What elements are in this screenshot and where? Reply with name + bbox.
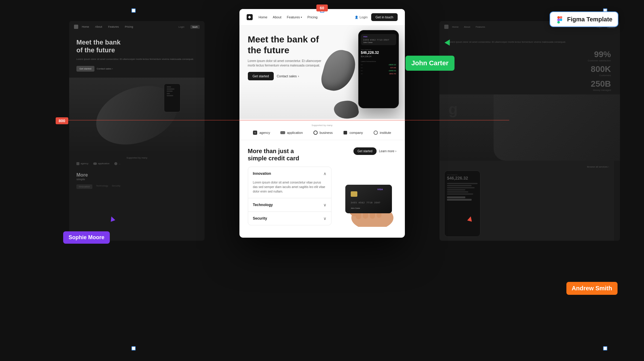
- person-icon: 👤: [355, 16, 358, 19]
- logo-company: company: [343, 130, 363, 135]
- accordion-header-technology[interactable]: Technology: [248, 198, 331, 211]
- phone-tx-amount-4: -$802.40: [389, 73, 396, 75]
- bg-right-panel: Home About Features Login touch Lorem ip…: [439, 21, 620, 241]
- phone-tx-amount-3: +$450.53: [388, 70, 396, 72]
- nav-pricing-link[interactable]: Pricing: [307, 15, 318, 19]
- bg-right-logo: [444, 25, 448, 29]
- figma-svg: [556, 15, 564, 23]
- chevron-down-icon: [323, 202, 326, 207]
- bg-left-nav: Home About Features Pricing Login touch: [69, 21, 205, 32]
- nav-get-in-touch-button[interactable]: Get in touch: [371, 13, 397, 21]
- bg-left-hero: Meet the bankof the future Lorem ipsum d…: [69, 32, 205, 78]
- bg-phone-screen: [164, 84, 180, 100]
- phone-screen: VISA 3455 4562 7710 3507 John Carter You…: [359, 30, 399, 79]
- hero-get-started-button[interactable]: Get started: [248, 72, 274, 80]
- phone-card: VISA 3455 4562 7710 3507 John Carter: [361, 34, 396, 45]
- user-label-john: John Carter: [405, 56, 454, 71]
- credit-get-started-button[interactable]: Get started: [353, 147, 377, 155]
- chevron-up-icon: [323, 171, 326, 176]
- nav-home-link[interactable]: Home: [259, 15, 267, 19]
- bg-right-stats: 99% Customer satisfaction 800K Customers…: [439, 50, 620, 91]
- nav-about-link[interactable]: About: [273, 15, 282, 19]
- phone-card-logo: VISA: [363, 36, 394, 38]
- bg-stat-customers: 800K Customers: [448, 64, 611, 77]
- logo-application: application: [280, 130, 303, 135]
- bg-right-hero: Lorem ipsum dolor sit amet consectetur. …: [439, 32, 620, 50]
- measurement-badge-800: 800: [56, 117, 68, 124]
- svg-rect-8: [351, 191, 357, 197]
- credit-title: More than just a simple credit card: [248, 147, 308, 162]
- bg-right-nav-link: Features: [476, 26, 485, 28]
- nav-links: Home About Features ▾ Pricing: [259, 15, 355, 19]
- credit-header: More than just a simple credit card Get …: [248, 147, 396, 162]
- bg-right-browse-label: Browse all services ›: [444, 165, 609, 168]
- application-icon: [280, 130, 285, 135]
- selection-handle-br[interactable]: [603, 346, 607, 350]
- accordion-item-innovation: Innovation Lorem ipsum dolor sit amet co…: [248, 167, 331, 198]
- bg-stat-money: 250B Money managed: [448, 79, 611, 91]
- phone-balance-section: Your balance $46,226.32 $14,106.24: [361, 48, 396, 59]
- accordion-title-technology: Technology: [253, 203, 273, 207]
- selection-handle-bl[interactable]: [131, 346, 136, 350]
- logo-agency-label: agency: [259, 131, 270, 134]
- logo-company-label: company: [350, 131, 363, 134]
- logo-application-label: application: [287, 131, 303, 134]
- accordion: Innovation Lorem ipsum dolor sit amet co…: [248, 167, 331, 225]
- company-icon: [343, 130, 348, 135]
- phone-tx-2: — -$70.96: [361, 66, 396, 69]
- accordion-header-innovation[interactable]: Innovation: [248, 167, 331, 180]
- bg-left-tagline: Supported by many: [76, 156, 197, 159]
- svg-rect-15: [557, 21, 560, 23]
- bg-right-desc: Lorem ipsum dolor sit amet consectetur. …: [448, 40, 611, 44]
- arrow-right-icon: ›: [298, 74, 299, 78]
- bg-contact-sales-button[interactable]: Contact sales ›: [97, 66, 113, 72]
- credit-learn-more-button[interactable]: Learn more ›: [379, 150, 396, 153]
- bg-left-more-text: More simple: [69, 169, 205, 184]
- user-label-andrew: Andrew Smith: [566, 282, 618, 295]
- bg-stat-satisfaction: 99% Customer satisfaction: [448, 50, 611, 62]
- bg-left-bottom: Supported by many agency application ...: [69, 153, 205, 169]
- nav-login-link[interactable]: 👤 Login: [355, 15, 368, 19]
- bg-right-image-area: g: [439, 94, 620, 161]
- bg-stat-money-value: 250B: [448, 79, 611, 89]
- bg-left-title: Meet the bankof the future: [76, 39, 197, 54]
- bg-get-started-button[interactable]: Get started: [76, 66, 94, 72]
- bg-stat-satisfaction-label: Customer satisfaction: [448, 59, 611, 62]
- arrow-right-icon: ›: [395, 150, 396, 153]
- bg-nav-link: Pricing: [125, 25, 133, 28]
- svg-rect-12: [557, 16, 560, 19]
- logo-business: business: [313, 130, 333, 135]
- bg-stat-money-label: Money managed: [448, 89, 611, 91]
- bg-stat-satisfaction-value: 99%: [448, 50, 611, 59]
- bg-bottom-tabs: Innovation Technology Security: [69, 184, 205, 191]
- hero-title: Meet the bank of the future: [248, 34, 326, 56]
- accordion-column: Innovation Lorem ipsum dolor sit amet co…: [248, 167, 331, 225]
- bg-right-stone: [494, 94, 620, 161]
- hero-stone-decoration-2: [333, 99, 359, 119]
- logos-section: Supported by many C agency application b…: [239, 119, 405, 140]
- nav-features-link[interactable]: Features ▾: [287, 15, 302, 19]
- phone-tx-4: — -$802.40: [361, 72, 396, 75]
- bg-logo-agency: agency: [76, 162, 88, 165]
- bg-pay-buttons: [447, 196, 478, 201]
- logos-label: Supported by many: [248, 124, 396, 127]
- agency-icon: C: [253, 130, 257, 135]
- measurement-line-horizontal: [62, 120, 509, 120]
- credit-main-layout: Innovation Lorem ipsum dolor sit amet co…: [248, 167, 396, 227]
- credit-section: More than just a simple credit card Get …: [239, 140, 405, 234]
- hero-phone-mockup: VISA 3455 4562 7710 3507 John Carter You…: [358, 30, 399, 108]
- hero-contact-sales-button[interactable]: Contact sales ›: [277, 74, 299, 78]
- svg-text:VISA: VISA: [377, 188, 383, 191]
- logo-institute: institute: [373, 130, 391, 135]
- accordion-header-security[interactable]: Security: [248, 212, 331, 225]
- bg-phone-balance: $46,226.32: [447, 176, 478, 180]
- accordion-item-security: Security: [248, 212, 331, 225]
- card-visual-column: 3455 4562 7710 3507 John Carter VISA: [336, 167, 396, 227]
- selection-handle-tl[interactable]: [131, 8, 136, 13]
- phone-tx-3: — +$450.53: [361, 69, 396, 72]
- phone-card-number: 3455 4562 7710 3507: [363, 39, 394, 41]
- accordion-item-technology: Technology: [248, 198, 331, 212]
- chevron-down-icon-2: [323, 216, 326, 221]
- svg-rect-14: [557, 19, 560, 21]
- bg-right-detail-area: Browse all services › Your balance $46,2…: [439, 161, 614, 241]
